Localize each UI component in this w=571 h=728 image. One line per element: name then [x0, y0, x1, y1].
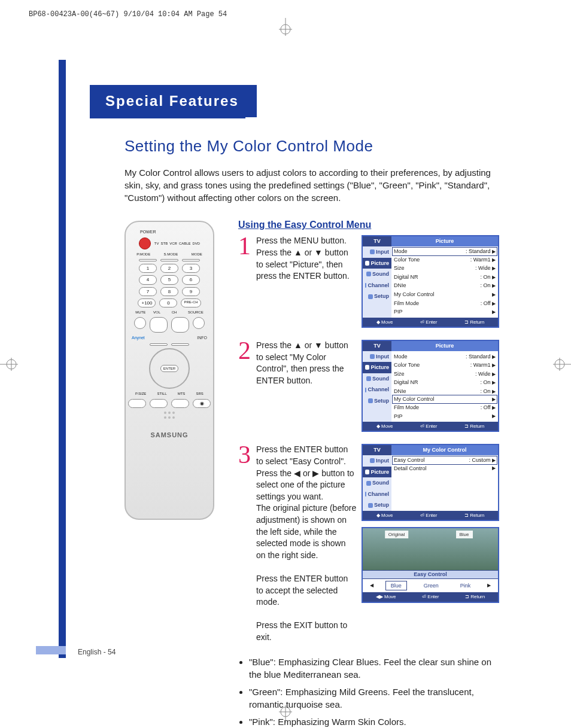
step-number: 2 [238, 340, 256, 363]
sub-header: Using the Easy Control Menu [238, 218, 499, 232]
mode-description-list: "Blue": Emphasizing Clear Blues. Feel th… [238, 656, 499, 728]
list-item: "Pink": Emphasizing Warm Skin Colors. [249, 715, 499, 728]
osd-picture-menu: TVPicture Input Picture Sound Channel Se… [362, 235, 499, 328]
section-rule [90, 117, 245, 118]
footer-accent [36, 646, 66, 654]
crop-mark-icon [553, 355, 571, 373]
step-number: 1 [238, 235, 256, 258]
crop-mark-icon [277, 18, 294, 36]
osd-picture-menu-highlight: TVPicture Input Picture Sound Channel Se… [362, 340, 499, 432]
crop-mark-icon [0, 355, 18, 373]
page-title: Setting the My Color Control Mode [124, 135, 499, 157]
side-rule [59, 60, 66, 658]
list-item: "Blue": Emphasizing Clear Blues. Feel th… [249, 656, 499, 681]
print-job-tag: BP68-00423A-00(46~67) 9/10/04 10:04 AM P… [29, 10, 227, 20]
osd-mycolor-menu: TVMy Color Control Input Picture Sound C… [362, 444, 499, 521]
remote-illustration: POWER TVSTBVCRCABLEDVD P.MODES.MODEMODE … [124, 221, 214, 520]
brand-logo: SAMSUNG [132, 431, 207, 440]
step-text: Press the ENTER button to select "Easy C… [256, 444, 362, 643]
power-button-icon [139, 237, 151, 249]
page-number: English - 54 [78, 647, 116, 657]
step-number: 3 [238, 444, 256, 467]
section-title: Special Features [90, 85, 257, 117]
step-text: Press the ▲ or ▼ button to select "My Co… [256, 340, 362, 386]
osd-easy-control-preview: Original Blue Easy Control ◀ Blue Green … [362, 527, 499, 602]
list-item: "Green": Emphasizing Mild Greens. Feel t… [249, 686, 499, 711]
step-text: Press the MENU button. Press the ▲ or ▼ … [256, 235, 362, 282]
intro-paragraph: My Color Control allows users to adjust … [124, 166, 499, 204]
